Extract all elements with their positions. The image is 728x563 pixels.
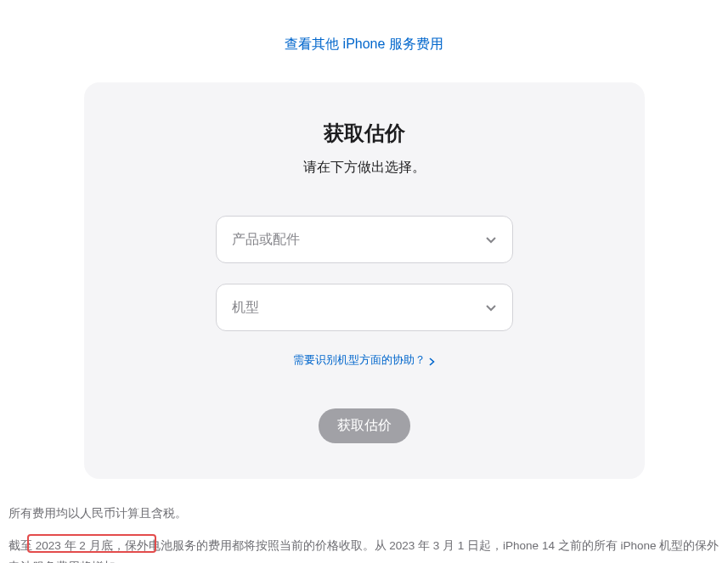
footnote-currency: 所有费用均以人民币计算且含税。 [8, 503, 720, 525]
estimate-card: 获取估价 请在下方做出选择。 产品或配件 机型 需要识别机型方面的协助？ [84, 82, 645, 479]
identify-model-help-link[interactable]: 需要识别机型方面的协助？ [293, 352, 435, 368]
product-select-wrap: 产品或配件 [216, 216, 513, 263]
help-link-label: 需要识别机型方面的协助？ [293, 352, 426, 368]
model-select[interactable]: 机型 [216, 284, 513, 331]
other-services-link[interactable]: 查看其他 iPhone 服务费用 [285, 37, 443, 51]
top-link-row: 查看其他 iPhone 服务费用 [8, 8, 720, 62]
product-select[interactable]: 产品或配件 [216, 216, 513, 263]
footnote-price-change: 截至 2023 年 2 月底，保外电池服务的费用都将按照当前的价格收取。从 20… [8, 535, 720, 563]
chevron-right-icon [429, 356, 435, 364]
footnotes: 所有费用均以人民币计算且含税。 截至 2023 年 2 月底，保外电池服务的费用… [8, 503, 720, 563]
get-estimate-button[interactable]: 获取估价 [319, 408, 410, 443]
chevron-down-icon [485, 234, 497, 245]
product-select-placeholder: 产品或配件 [232, 231, 300, 249]
model-select-wrap: 机型 [216, 284, 513, 331]
card-title: 获取估价 [135, 120, 594, 147]
card-subtitle: 请在下方做出选择。 [135, 159, 594, 177]
model-select-placeholder: 机型 [232, 299, 259, 317]
chevron-down-icon [485, 301, 497, 313]
